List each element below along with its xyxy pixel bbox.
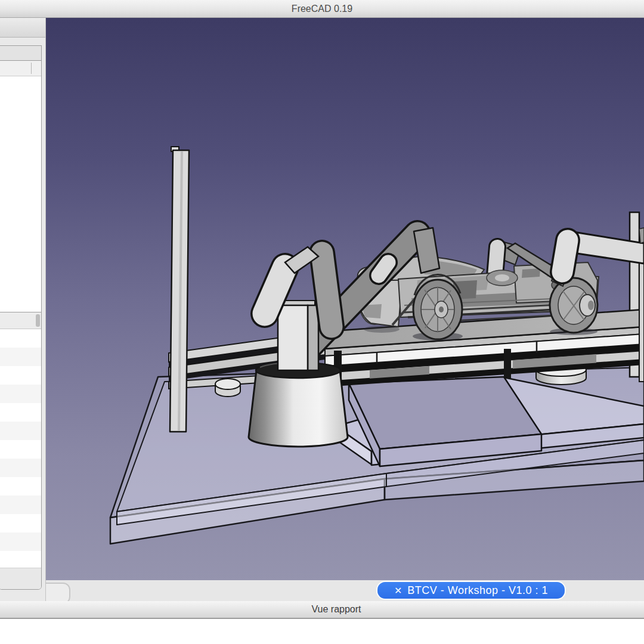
left-post[interactable] bbox=[170, 147, 189, 432]
left-dock-panel bbox=[0, 18, 46, 601]
window-title: FreeCAD 0.19 bbox=[292, 4, 352, 14]
tab-label: BTCV - Workshop - V1.0 : 1 bbox=[407, 584, 548, 597]
status-bar: Vue rapport bbox=[0, 601, 644, 619]
left-toolbar bbox=[0, 18, 45, 38]
active-document-tab[interactable]: ✕ BTCV - Workshop - V1.0 : 1 bbox=[377, 582, 565, 599]
property-panel-footer bbox=[0, 568, 41, 589]
title-bar: FreeCAD 0.19 bbox=[0, 0, 644, 18]
3d-viewport[interactable] bbox=[46, 18, 644, 580]
status-text: Vue rapport bbox=[283, 604, 361, 614]
property-panel[interactable] bbox=[0, 312, 42, 590]
column-divider bbox=[31, 63, 32, 74]
tab-close-icon[interactable]: ✕ bbox=[394, 585, 402, 596]
table-foot-left[interactable] bbox=[215, 379, 240, 397]
property-rows[interactable] bbox=[0, 329, 41, 568]
property-panel-header bbox=[0, 312, 41, 329]
tree-column-header bbox=[0, 61, 41, 76]
model-tree-panel[interactable] bbox=[0, 45, 42, 323]
dark-base-plate[interactable] bbox=[349, 377, 541, 466]
tree-panel-header bbox=[0, 46, 41, 61]
inactive-tab[interactable] bbox=[46, 583, 70, 601]
scrollbar-thumb[interactable] bbox=[36, 314, 40, 327]
